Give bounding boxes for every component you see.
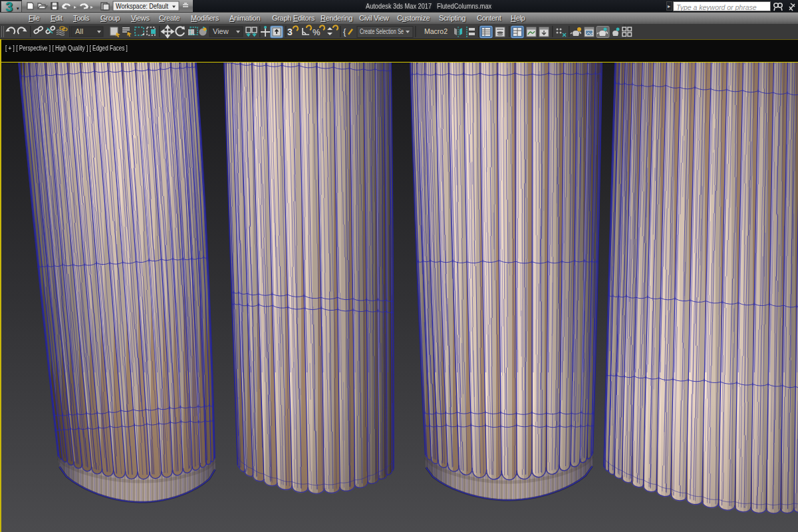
svg-text:%: % (313, 27, 321, 37)
svg-text:Workspace: Default: Workspace: Default (116, 3, 168, 10)
svg-text:Macro2: Macro2 (424, 27, 448, 35)
svg-text:View: View (213, 27, 229, 35)
svg-text:3: 3 (287, 27, 293, 37)
svg-text:Create Selection Se: Create Selection Se (360, 28, 404, 35)
svg-text:{: { (343, 27, 346, 37)
svg-text:All: All (75, 27, 83, 35)
